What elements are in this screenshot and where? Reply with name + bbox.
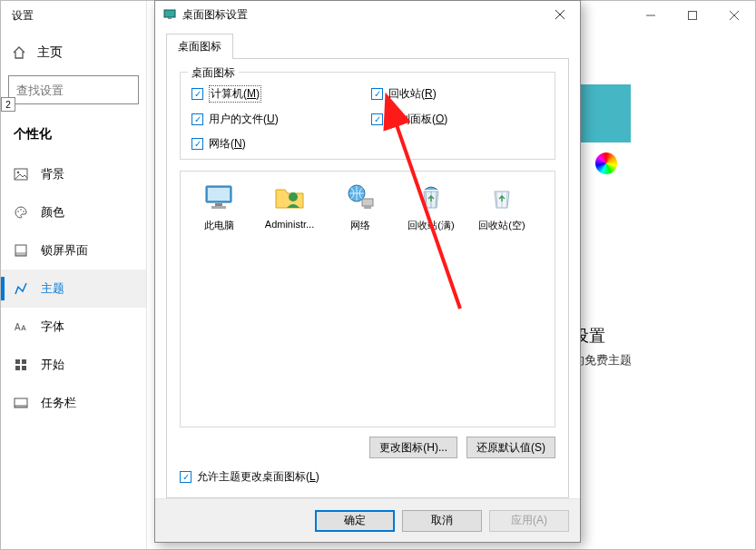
user-folder-icon xyxy=(271,181,308,213)
dialog-titlebar: 桌面图标设置 xyxy=(155,1,580,28)
icon-label: 回收站(满) xyxy=(398,219,464,232)
icon-label: Administr... xyxy=(257,219,322,230)
settings-sidebar: 主页 2 个性化 背景 颜色 锁屏界面 主题 xyxy=(1,30,146,549)
close-button[interactable] xyxy=(713,1,755,30)
themes-icon xyxy=(14,281,28,296)
svg-rect-25 xyxy=(208,188,230,201)
checkbox-icon xyxy=(371,113,383,125)
app-badge-icon: 2 xyxy=(1,97,15,112)
svg-point-9 xyxy=(20,209,22,211)
nav-label: 主题 xyxy=(41,280,64,297)
dialog-footer: 确定 取消 应用(A) xyxy=(155,498,580,542)
check-network[interactable]: 网络(N) xyxy=(191,136,364,152)
checkbox-icon xyxy=(180,471,191,483)
svg-text:Aᴀ: Aᴀ xyxy=(15,322,26,332)
checkbox-icon xyxy=(191,138,203,150)
icon-label: 网络 xyxy=(328,219,393,232)
dialog-app-icon xyxy=(162,6,177,24)
recycle-full-icon xyxy=(413,181,449,213)
icon-item-userfolder[interactable]: Administr... xyxy=(257,181,322,232)
group-desktop-icons: 桌面图标 计算机(M) 回收站(R) 用户的文件(U) xyxy=(180,72,555,160)
home-nav[interactable]: 主页 xyxy=(1,35,146,70)
minimize-button[interactable] xyxy=(630,1,672,30)
svg-rect-16 xyxy=(15,366,20,370)
picture-icon xyxy=(14,167,28,182)
colorwheel-icon[interactable] xyxy=(595,152,617,174)
svg-rect-21 xyxy=(168,17,172,19)
ok-button[interactable]: 确定 xyxy=(315,510,395,532)
cancel-button[interactable]: 取消 xyxy=(402,510,482,532)
icon-listbox[interactable]: 此电脑 Administr... 网络 回收站(满) xyxy=(180,171,555,427)
desktop-icon-dialog: 桌面图标设置 桌面图标 桌面图标 计算机(M) 回收站(R) xyxy=(154,0,581,543)
svg-rect-26 xyxy=(215,203,222,206)
home-label: 主页 xyxy=(37,44,63,61)
nav-label: 背景 xyxy=(41,166,64,182)
computer-icon xyxy=(201,181,237,213)
dialog-tabs: 桌面图标 xyxy=(166,34,569,59)
home-icon xyxy=(12,45,26,60)
check-userfiles[interactable]: 用户的文件(U) xyxy=(191,112,364,127)
svg-point-28 xyxy=(289,192,298,201)
lockscreen-icon xyxy=(14,243,28,258)
nav-start[interactable]: 开始 xyxy=(1,346,146,384)
network-icon xyxy=(342,181,378,213)
tab-panel: 桌面图标 计算机(M) 回收站(R) 用户的文件(U) xyxy=(166,58,569,498)
apply-button[interactable]: 应用(A) xyxy=(489,510,569,532)
check-controlpanel[interactable]: 控制面板(O) xyxy=(371,112,544,127)
svg-rect-1 xyxy=(689,12,697,20)
nav-label: 锁屏界面 xyxy=(41,242,88,259)
taskbar-icon xyxy=(14,396,28,410)
svg-rect-12 xyxy=(15,252,26,256)
maximize-button[interactable] xyxy=(672,1,713,30)
svg-point-10 xyxy=(23,211,25,212)
nav-label: 字体 xyxy=(41,319,64,335)
group-legend: 桌面图标 xyxy=(188,65,239,81)
svg-point-7 xyxy=(17,172,20,174)
nav-themes[interactable]: 主题 xyxy=(1,270,146,308)
nav-label: 颜色 xyxy=(41,204,64,221)
recycle-empty-icon xyxy=(484,181,520,213)
icon-item-recycle-empty[interactable]: 回收站(空) xyxy=(469,181,535,232)
restore-defaults-button[interactable]: 还原默认值(S) xyxy=(466,437,555,458)
font-icon: Aᴀ xyxy=(14,319,28,334)
sidebar-section-header: 个性化 xyxy=(1,119,146,155)
settings-title: 设置 xyxy=(12,8,34,24)
svg-rect-31 xyxy=(364,206,371,209)
checkbox-icon xyxy=(191,88,203,100)
nav-fonts[interactable]: Aᴀ 字体 xyxy=(1,308,146,346)
dialog-title: 桌面图标设置 xyxy=(182,7,248,23)
check-computer[interactable]: 计算机(M) xyxy=(191,85,364,103)
svg-rect-30 xyxy=(362,199,373,206)
check-allow-themes[interactable]: 允许主题更改桌面图标(L) xyxy=(180,469,555,485)
svg-rect-19 xyxy=(15,405,27,408)
svg-point-8 xyxy=(17,211,19,212)
color-swatch[interactable] xyxy=(573,84,631,142)
icon-item-thispc[interactable]: 此电脑 xyxy=(186,181,251,232)
nav-taskbar[interactable]: 任务栏 xyxy=(1,384,146,422)
nav-background[interactable]: 背景 xyxy=(1,155,146,193)
icon-item-recycle-full[interactable]: 回收站(满) xyxy=(398,181,464,232)
start-icon xyxy=(14,358,28,372)
icon-item-network[interactable]: 网络 xyxy=(328,181,393,232)
dialog-close-button[interactable] xyxy=(540,1,580,28)
checkbox-icon xyxy=(371,88,383,100)
nav-label: 开始 xyxy=(41,357,64,373)
svg-rect-17 xyxy=(22,366,26,370)
check-recyclebin[interactable]: 回收站(R) xyxy=(371,85,544,103)
svg-rect-27 xyxy=(211,206,226,209)
nav-label: 任务栏 xyxy=(41,395,76,411)
checkbox-icon xyxy=(191,113,203,125)
tab-desktop-icons[interactable]: 桌面图标 xyxy=(166,34,233,59)
svg-rect-20 xyxy=(164,10,175,17)
icon-label: 回收站(空) xyxy=(469,219,535,232)
nav-lockscreen[interactable]: 锁屏界面 xyxy=(1,231,146,270)
related-settings-sub: 的免费主题 xyxy=(573,352,632,368)
svg-rect-15 xyxy=(22,359,26,364)
change-icon-button[interactable]: 更改图标(H)... xyxy=(369,437,457,458)
palette-icon xyxy=(14,205,28,220)
nav-colors[interactable]: 颜色 xyxy=(1,193,146,231)
svg-rect-14 xyxy=(15,359,20,364)
search-box[interactable] xyxy=(8,75,139,104)
icon-label: 此电脑 xyxy=(186,219,251,232)
